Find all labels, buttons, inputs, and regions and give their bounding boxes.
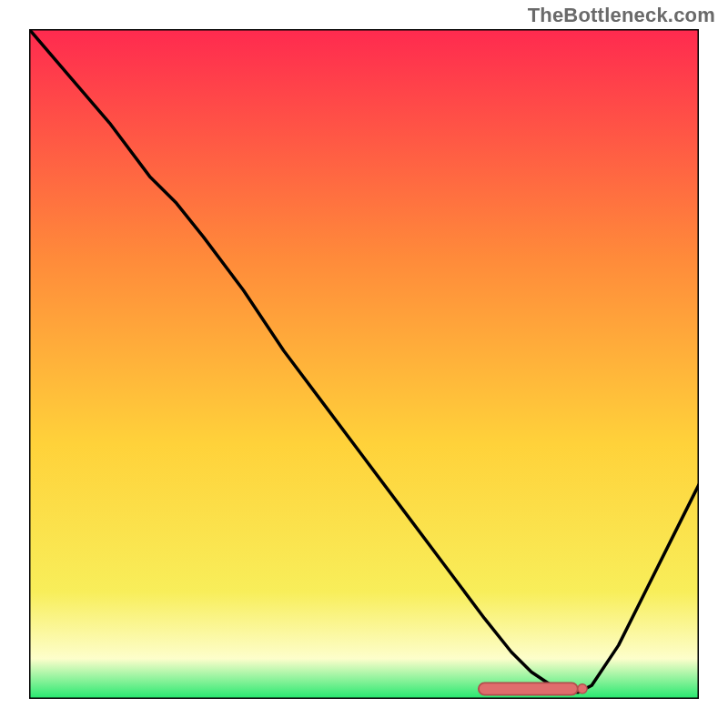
chart-stage: TheBottleneck.com <box>0 0 728 728</box>
marker-pill <box>479 682 578 694</box>
chart-svg <box>29 29 699 699</box>
marker-dot <box>578 684 587 693</box>
plot-area <box>29 29 699 699</box>
gradient-background <box>29 29 699 699</box>
watermark-text: TheBottleneck.com <box>528 4 715 27</box>
optimal-range-markers <box>479 682 587 694</box>
